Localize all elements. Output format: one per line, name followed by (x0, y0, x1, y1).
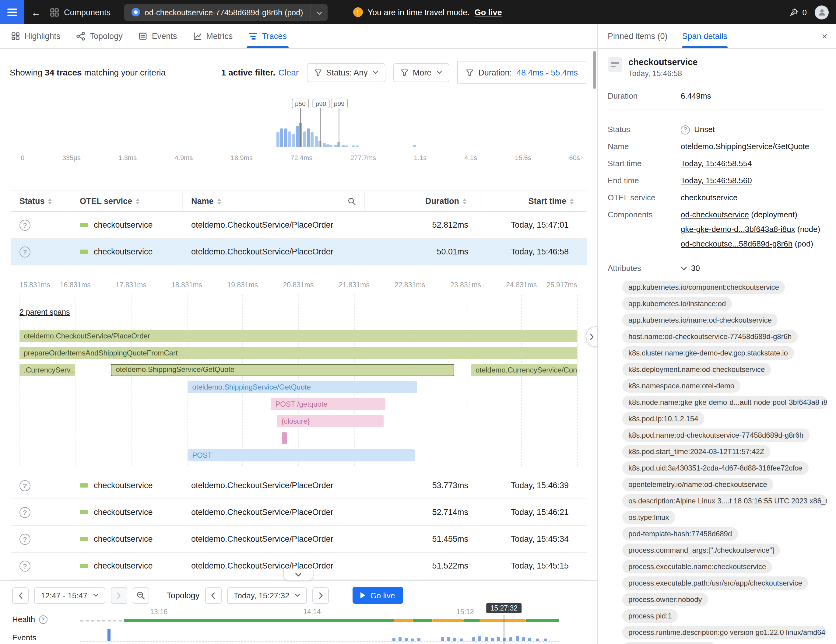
trace-row[interactable]: ?checkoutserviceoteldemo.CheckoutService… (11, 239, 587, 266)
span-bar[interactable]: oteldemo.CurrencyService/Con (471, 364, 577, 376)
attribute-pill: process.runtime.name:go (622, 642, 717, 644)
service-color-swatch (80, 223, 88, 227)
trace-starttime-cell: Today, 15:45:15 (480, 561, 587, 571)
breadcrumb[interactable]: Components (50, 8, 111, 17)
component-link[interactable]: od-checkoutservice (681, 210, 749, 219)
more-filters-button[interactable]: More (394, 63, 449, 82)
trace-status-cell: ? (11, 246, 71, 257)
trace-name-cell: oteldemo.CheckoutService/PlaceOrder (183, 247, 365, 256)
span-row: .CurrencyServ...oteldemo.ShippingService… (20, 362, 577, 378)
trace-status-cell: ? (11, 533, 71, 545)
trace-duration-cell: 52.812ms (365, 220, 480, 230)
tab-pinned-items[interactable]: Pinned items (0) (607, 24, 668, 48)
event-bar (405, 638, 408, 641)
trace-row[interactable]: ?checkoutserviceoteldemo.CheckoutService… (11, 212, 587, 239)
attributes-header: Attributes 30 (607, 264, 826, 273)
trace-service-cell: checkoutservice (71, 561, 183, 571)
tab-label: Metrics (206, 32, 233, 41)
attributes-collapse-icon[interactable] (681, 266, 687, 271)
trace-row[interactable]: ?checkoutserviceoteldemo.CheckoutService… (11, 526, 587, 553)
trace-row[interactable]: ?checkoutserviceoteldemo.CheckoutService… (11, 499, 587, 526)
span-bar[interactable]: oteldemo.ShippingService/GetQuote (188, 381, 417, 393)
column-header-start-time[interactable]: Start time (480, 191, 587, 211)
span-bar[interactable]: POST /getquote (271, 398, 385, 410)
sort-icon[interactable] (48, 198, 52, 204)
duration-histogram[interactable]: p50p90p99 0335µs1.3ms4.9ms18.9ms72.4ms27… (11, 96, 586, 163)
span-bar[interactable]: POST (188, 449, 414, 461)
main-pane: HighlightsTopologyEventsMetricsTraces Sh… (0, 24, 597, 644)
tab-events[interactable]: Events (139, 24, 177, 48)
timeline-cursor[interactable] (503, 615, 505, 644)
time-range-back-button[interactable] (12, 587, 29, 603)
pin-icon[interactable] (789, 8, 798, 17)
context-selector-caret[interactable] (310, 4, 327, 20)
span-bar[interactable]: oteldemo.ShippingService/GetQuote (111, 364, 454, 376)
event-bar (478, 636, 482, 641)
span-bar[interactable]: oteldemo.CheckoutService/PlaceOrder (20, 330, 577, 342)
avatar[interactable] (815, 5, 829, 19)
component-link[interactable]: od-checkoutse...58d689d-g8r6h (681, 239, 792, 248)
traces-content: Showing 34 traces matching your criteria… (0, 49, 597, 580)
clear-filters-link[interactable]: Clear (278, 68, 299, 77)
tab-traces[interactable]: Traces (248, 24, 287, 48)
trace-name-cell: oteldemo.CheckoutService/PlaceOrder (183, 561, 365, 571)
main-scrollbar[interactable] (593, 51, 596, 89)
percentile-marker-p50: p50 (292, 99, 309, 147)
close-panel-icon[interactable]: × (822, 31, 828, 42)
trace-duration-cell: 51.455ms (365, 535, 480, 544)
search-icon[interactable] (348, 197, 356, 205)
trace-service-cell: checkoutservice (71, 508, 183, 517)
collapse-trace-button[interactable] (283, 570, 314, 581)
go-live-link[interactable]: Go live (475, 8, 502, 17)
service-name: checkoutservice (94, 481, 153, 490)
span-bar[interactable]: .CurrencyServ... (20, 364, 75, 376)
attribute-pill: os.type:linux (622, 511, 675, 524)
top-bar: ← Components od-checkoutservice-77458d68… (0, 0, 836, 24)
menu-button[interactable] (0, 0, 24, 24)
percentile-label: p90 (313, 99, 330, 108)
trace-name-cell: oteldemo.CheckoutService/PlaceOrder (183, 481, 365, 490)
tab-span-details[interactable]: Span details (682, 24, 728, 48)
start-time-link[interactable]: Today, 15:46:58.554 (681, 159, 752, 169)
column-header-otel-service[interactable]: OTEL service (71, 191, 183, 211)
context-selector[interactable]: od-checkoutservice-77458d689d-g8r6h (pod… (124, 4, 327, 20)
tab-metrics[interactable]: Metrics (193, 24, 233, 48)
context-selector-main[interactable]: od-checkoutservice-77458d689d-g8r6h (pod… (124, 4, 310, 20)
column-header-duration[interactable]: Duration (365, 191, 480, 211)
status-unknown-icon: ? (20, 533, 31, 545)
duration-filter[interactable]: Duration: 48.4ms - 55.4ms (457, 61, 586, 84)
sort-icon[interactable] (217, 198, 221, 204)
event-bar (411, 639, 414, 641)
attribute-pill: process.pid:1 (622, 609, 678, 623)
sort-icon[interactable] (570, 198, 573, 204)
back-button[interactable]: ← (24, 7, 47, 17)
attribute-pill: k8s.pod.name:od-checkoutservice-77458d68… (622, 429, 810, 442)
sort-icon[interactable] (463, 198, 466, 204)
sort-icon[interactable] (136, 198, 139, 204)
event-bar (522, 637, 525, 641)
field-label: Attributes (607, 264, 681, 273)
more-filters-label: More (413, 68, 432, 77)
time-tick-label: 24.831ms (506, 281, 537, 289)
timeline-chart[interactable]: 13:1614:1415:1215:27:32 (80, 581, 559, 644)
column-header-name[interactable]: Name (183, 191, 365, 211)
column-header-status[interactable]: Status (11, 191, 71, 211)
span-bar[interactable]: {closure} (277, 415, 384, 427)
timeline-axis-label: 13:16 (150, 608, 168, 615)
tab-topology[interactable]: Topology (77, 24, 123, 48)
trace-row[interactable]: ?checkoutserviceoteldemo.CheckoutService… (11, 472, 587, 499)
status-unset-icon: ? (681, 125, 690, 134)
span-bar[interactable] (282, 432, 287, 444)
component-link[interactable]: gke-gke-demo-d...3bf643a8-i8ux (681, 225, 795, 234)
column-label: Name (191, 197, 214, 206)
workspace: HighlightsTopologyEventsMetricsTraces Sh… (0, 24, 836, 644)
status-filter-button[interactable]: Status: Any (307, 63, 385, 82)
service-color-swatch (80, 564, 88, 568)
parent-spans-link[interactable]: 2 parent spans (20, 308, 70, 316)
health-segment-deviating (394, 619, 413, 622)
end-time-link[interactable]: Today, 15:46:58.560 (681, 176, 752, 186)
span-bar[interactable]: prepareOrderItemsAndShippingQuoteFromCar… (20, 347, 577, 359)
tab-label: Highlights (24, 32, 60, 41)
help-icon[interactable]: ? (39, 615, 47, 624)
tab-highlights[interactable]: Highlights (11, 24, 60, 48)
